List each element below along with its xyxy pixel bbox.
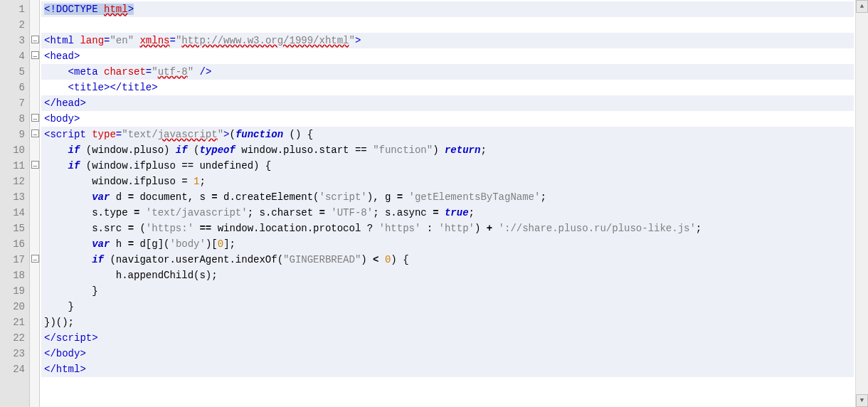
code-token: type (92, 129, 116, 140)
vertical-scrollbar[interactable]: ▲ ▼ (855, 0, 868, 407)
code-line[interactable]: if (window.ifpluso == undefined) { (41, 158, 854, 174)
code-line[interactable]: } (41, 299, 854, 314)
code-token: } (44, 301, 74, 312)
code-line[interactable]: <html lang="en" xmlns="http://www.w3.org… (41, 33, 854, 48)
code-token: 'getElementsByTagName' (409, 191, 541, 203)
line-number: 17 (0, 252, 25, 268)
code-token: true (445, 207, 469, 218)
code-token: ) (433, 144, 445, 156)
code-token: "function" (373, 144, 433, 156)
fold-toggle-icon[interactable] (30, 31, 39, 47)
code-token: <! (44, 4, 56, 15)
fold-toggle-icon[interactable] (30, 47, 39, 63)
fold-toggle-icon[interactable] (30, 110, 39, 125)
code-line[interactable]: </script> (41, 330, 854, 346)
code-token: h (110, 238, 127, 250)
code-line[interactable]: h.appendChild(s); (41, 268, 854, 283)
scroll-up-button[interactable]: ▲ (856, 0, 868, 13)
code-token: DOCTYPE (56, 4, 98, 15)
code-token: d[g]( (134, 238, 169, 250)
code-token: window.ifpluso = (44, 176, 194, 187)
code-token: d.createElement( (218, 191, 319, 203)
code-token: return (445, 144, 480, 156)
fold-spacer (30, 219, 39, 235)
scroll-track[interactable] (856, 13, 868, 394)
fold-toggle-icon[interactable] (30, 250, 39, 266)
code-line[interactable]: <body> (41, 111, 854, 127)
code-line[interactable]: })(); (41, 314, 854, 330)
code-token: </html> (44, 364, 86, 375)
code-token: if (176, 144, 188, 156)
code-token: 'http' (439, 223, 475, 234)
code-token: 'text/javascript' (146, 207, 248, 218)
line-number: 1 (0, 1, 25, 17)
code-line[interactable]: var d = document, s = d.createElement('s… (41, 189, 854, 205)
code-token: (navigator.userAgent.indexOf( (104, 254, 283, 265)
code-token: " (152, 66, 157, 78)
line-number: 13 (0, 189, 25, 205)
code-line[interactable]: var h = d[g]('body')[0]; (41, 236, 854, 252)
code-token: if (68, 144, 80, 156)
fold-column[interactable] (30, 0, 40, 407)
line-number: 9 (0, 127, 25, 142)
code-line[interactable] (41, 17, 854, 33)
code-token: h.appendChild(s); (44, 270, 218, 281)
line-number: 7 (0, 95, 25, 111)
code-token: / (50, 332, 55, 344)
code-token: </body> (44, 348, 86, 359)
line-number: 14 (0, 205, 25, 221)
fold-toggle-icon[interactable] (30, 157, 39, 172)
code-line[interactable]: <head> (41, 48, 854, 64)
code-line[interactable]: </body> (41, 346, 854, 361)
fold-spacer (30, 204, 39, 219)
code-token: > (128, 4, 134, 15)
code-token: = (128, 191, 134, 203)
code-token: "en" (110, 35, 134, 46)
fold-toggle-icon[interactable] (30, 125, 39, 141)
code-token: document, s (134, 191, 211, 203)
code-token: function (235, 129, 283, 140)
code-token: if (68, 160, 80, 171)
code-line[interactable]: window.ifpluso = 1; (41, 174, 854, 189)
fold-spacer (30, 78, 39, 94)
code-token: s.src (44, 223, 128, 234)
code-line[interactable]: <script type="text/javascript">(function… (41, 127, 854, 142)
fold-spacer (30, 329, 39, 344)
code-editor[interactable]: <!DOCTYPE html><html lang="en" xmlns="ht… (40, 0, 855, 407)
code-token (44, 238, 92, 250)
code-line[interactable]: <meta charset="utf-8" /> (41, 64, 854, 80)
code-line[interactable]: </head> (41, 95, 854, 111)
code-token: if (92, 254, 104, 265)
code-line[interactable]: if (window.pluso) if (typeof window.plus… (41, 142, 854, 158)
code-token: '://share.pluso.ru/pluso-like.js' (499, 223, 696, 234)
code-token: <html (44, 35, 80, 46)
code-token: })(); (44, 317, 74, 328)
code-line[interactable]: if (navigator.userAgent.indexOf("GINGERB… (41, 252, 854, 268)
line-number: 5 (0, 64, 25, 80)
code-token: )[ (206, 238, 218, 250)
fold-spacer (30, 141, 39, 157)
code-token: html (104, 4, 128, 15)
code-token: window.pluso.start == (235, 144, 373, 156)
code-token: (window.ifpluso == undefined) { (80, 160, 271, 171)
code-line[interactable]: s.src = ('https:' == window.location.pro… (41, 221, 854, 236)
code-token: ; (480, 144, 486, 156)
fold-spacer (30, 16, 39, 31)
code-token: script (56, 332, 92, 344)
fold-spacer (30, 235, 39, 250)
code-token: <script (44, 129, 92, 140)
scroll-down-button[interactable]: ▼ (856, 394, 868, 407)
code-line[interactable]: <!DOCTYPE html> (41, 1, 854, 17)
code-line[interactable]: } (41, 283, 854, 299)
code-token: http://www.w3.org/1999/xhtml (181, 35, 349, 46)
code-token (44, 66, 68, 78)
code-token (44, 160, 68, 171)
code-line[interactable]: s.type = 'text/javascript'; s.charset = … (41, 205, 854, 221)
code-token: 'https' (379, 223, 421, 234)
code-token: ( (188, 144, 200, 156)
code-line[interactable]: <title></title> (41, 80, 854, 95)
line-number: 3 (0, 33, 25, 48)
line-number: 8 (0, 111, 25, 127)
line-number: 15 (0, 221, 25, 236)
code-line[interactable]: </html> (41, 361, 854, 377)
